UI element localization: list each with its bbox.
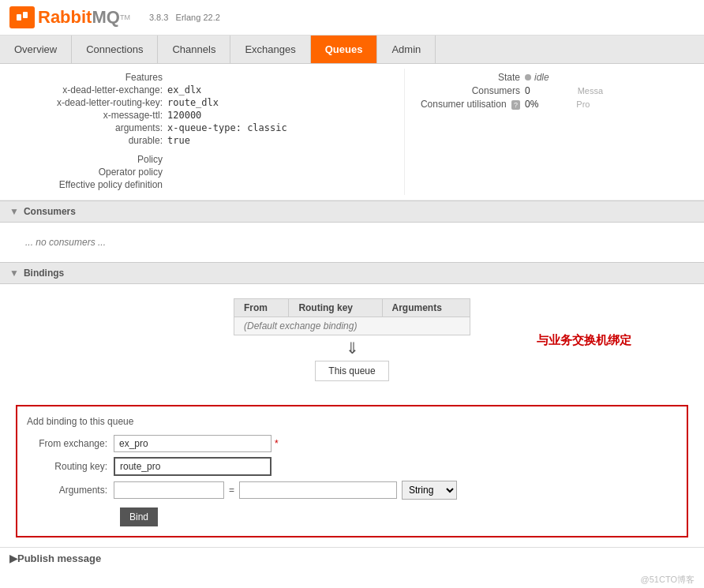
- message-ttl-row: x-message-ttl: 120000: [9, 110, 395, 121]
- nav-item-exchanges[interactable]: Exchanges: [230, 36, 310, 63]
- state-row: State idle: [414, 72, 695, 83]
- operator-policy-row: Operator policy: [9, 167, 395, 178]
- required-star: *: [275, 438, 279, 449]
- nav-bar: Overview Connections Channels Exchanges …: [0, 36, 704, 64]
- features-panel: Features x-dead-letter-exchange: ex_dlx …: [0, 69, 404, 195]
- version-info: 3.8.3 Erlang 22.2: [149, 13, 220, 22]
- pro-label-placeholder: Pro: [576, 99, 590, 109]
- nav-item-queues[interactable]: Queues: [311, 36, 378, 63]
- routing-key-input[interactable]: [114, 457, 271, 476]
- col-from: From: [234, 299, 289, 317]
- bindings-wrapper: From Routing key Arguments (Default exch…: [9, 292, 695, 388]
- message-ttl-value: 120000: [167, 110, 201, 121]
- message-label-placeholder: Messa: [578, 86, 603, 96]
- nav-item-connections[interactable]: Connections: [72, 36, 158, 63]
- bindings-section-content: From Routing key Arguments (Default exch…: [0, 284, 704, 395]
- nav-item-admin[interactable]: Admin: [377, 36, 436, 63]
- effective-policy-row: Effective policy definition: [9, 179, 395, 190]
- operator-policy-label: Operator policy: [9, 167, 167, 178]
- consumers-arrow-icon: ▼: [9, 206, 19, 217]
- add-binding-title: Add binding to this queue: [27, 416, 677, 427]
- header: RabbitMQ TM 3.8.3 Erlang 22.2: [0, 0, 704, 36]
- consumer-utilisation-row: Consumer utilisation ? 0% Pro: [414, 99, 695, 110]
- arguments-value: x-queue-type: classic: [167, 122, 287, 133]
- dead-letter-routing-key: x-dead-letter-routing-key:: [9, 97, 167, 108]
- arguments-value-input[interactable]: [239, 481, 397, 499]
- consumers-title: Consumers: [24, 206, 76, 217]
- publish-arrow-icon: ▶: [9, 552, 17, 564]
- nav-item-overview[interactable]: Overview: [0, 36, 72, 63]
- consumer-utilisation-label: Consumer utilisation ?: [414, 99, 525, 110]
- trademark: TM: [120, 13, 130, 21]
- routing-key-row: Routing key:: [27, 457, 677, 476]
- consumers-section-content: ... no consumers ...: [0, 223, 704, 262]
- bind-button[interactable]: Bind: [120, 507, 158, 526]
- add-binding-form: Add binding to this queue From exchange:…: [16, 405, 688, 537]
- from-exchange-label: From exchange:: [27, 438, 114, 449]
- svg-rect-0: [17, 14, 21, 21]
- col-arguments: Arguments: [382, 299, 470, 317]
- policy-label: Policy: [9, 154, 167, 165]
- consumer-utilisation-text: Consumer utilisation: [421, 99, 507, 110]
- down-arrow-icon: ⇓: [346, 340, 359, 356]
- arguments-key-input[interactable]: [114, 481, 224, 499]
- logo: RabbitMQ TM: [9, 6, 130, 28]
- dead-letter-exchange-row: x-dead-letter-exchange: ex_dlx: [9, 84, 395, 96]
- queue-info-section: Features x-dead-letter-exchange: ex_dlx …: [0, 64, 704, 200]
- bindings-arrow-icon: ▼: [9, 268, 19, 279]
- svg-rect-1: [23, 12, 28, 18]
- state-value: idle: [534, 72, 549, 83]
- bindings-title: Bindings: [24, 268, 64, 279]
- logo-icon: [9, 6, 35, 28]
- consumers-section-header[interactable]: ▼ Consumers: [0, 200, 704, 223]
- features-label: Features: [9, 72, 167, 83]
- dead-letter-routing-row: x-dead-letter-routing-key: route_dlx: [9, 97, 395, 108]
- dead-letter-exchange-key: x-dead-letter-exchange:: [9, 84, 167, 96]
- watermark: @51CTO博客: [0, 569, 704, 588]
- binding-annotation: 与业务交换机绑定: [537, 332, 631, 347]
- this-queue-box: This queue: [315, 361, 388, 381]
- durable-row: durable: true: [9, 135, 395, 146]
- nav-item-channels[interactable]: Channels: [158, 36, 230, 63]
- main-content: Features x-dead-letter-exchange: ex_dlx …: [0, 64, 704, 588]
- durable-key: durable:: [9, 135, 167, 146]
- state-dot-icon: [525, 74, 531, 81]
- default-exchange-binding: (Default exchange binding): [234, 317, 470, 335]
- effective-policy-label: Effective policy definition: [9, 179, 167, 190]
- features-header-row: Features: [9, 72, 395, 83]
- no-consumers-text: ... no consumers ...: [9, 230, 695, 254]
- col-routing-key: Routing key: [289, 299, 382, 317]
- policy-row: Policy: [9, 154, 395, 165]
- equals-sign: =: [229, 485, 234, 496]
- consumers-value: 0: [525, 85, 530, 96]
- publish-message-title: Publish message: [17, 552, 101, 564]
- watermark-text: @51CTO博客: [641, 575, 695, 584]
- arguments-key: arguments:: [9, 122, 167, 133]
- consumers-label: Consumers: [414, 85, 525, 96]
- bindings-section-header[interactable]: ▼ Bindings: [0, 262, 704, 284]
- state-label: State: [414, 72, 525, 83]
- arguments-label: Arguments:: [27, 485, 114, 496]
- publish-message-header[interactable]: ▶ Publish message: [9, 552, 695, 564]
- durable-value: true: [167, 135, 190, 146]
- arguments-row-form: Arguments: = String Number Boolean: [27, 481, 677, 500]
- bindings-table: From Routing key Arguments (Default exch…: [234, 298, 470, 335]
- dead-letter-routing-value: route_dlx: [167, 97, 219, 108]
- message-ttl-key: x-message-ttl:: [9, 110, 167, 121]
- dead-letter-exchange-value: ex_dlx: [167, 84, 201, 96]
- consumers-row: Consumers 0 Messa: [414, 85, 695, 96]
- from-exchange-input[interactable]: [114, 435, 271, 452]
- logo-text: RabbitMQ: [38, 7, 120, 28]
- arguments-row: arguments: x-queue-type: classic: [9, 122, 395, 133]
- state-panel: State idle Consumers 0 Messa Consumer ut…: [404, 69, 704, 195]
- publish-message-section: ▶ Publish message: [0, 547, 704, 569]
- from-exchange-row: From exchange: *: [27, 435, 677, 452]
- help-icon: ?: [511, 100, 520, 110]
- consumer-utilisation-value: 0%: [525, 99, 538, 110]
- arguments-type-select[interactable]: String Number Boolean: [402, 481, 457, 500]
- routing-key-label: Routing key:: [27, 461, 114, 472]
